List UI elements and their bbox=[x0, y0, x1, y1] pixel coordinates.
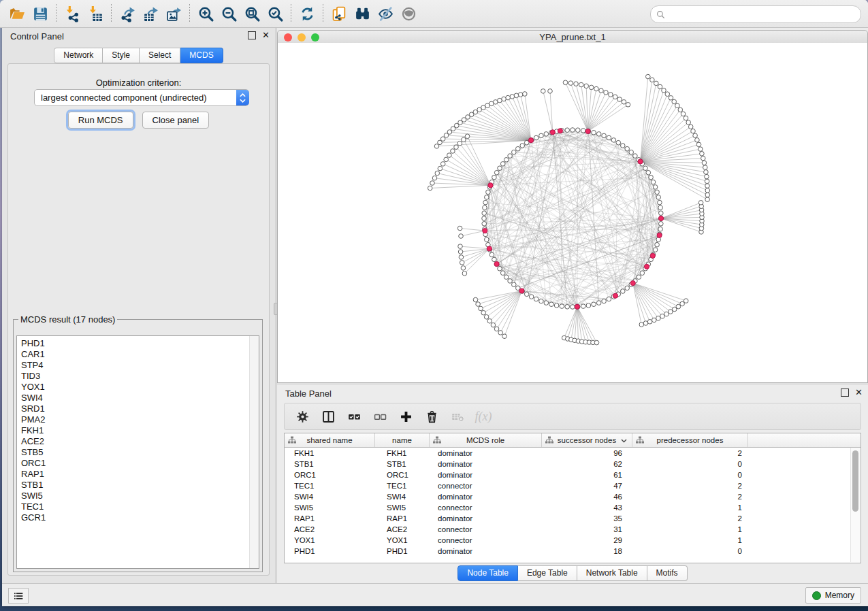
graph-node[interactable] bbox=[504, 275, 509, 280]
graph-node[interactable] bbox=[565, 128, 570, 133]
graph-node[interactable] bbox=[500, 162, 505, 167]
graph-node[interactable] bbox=[440, 162, 445, 167]
mcds-result-item[interactable]: STP4 bbox=[17, 360, 259, 371]
graph-node[interactable] bbox=[654, 81, 659, 86]
graph-node[interactable] bbox=[602, 299, 607, 303]
graph-hub-node[interactable] bbox=[494, 261, 499, 266]
graph-node[interactable] bbox=[486, 190, 491, 195]
table-scrollbar[interactable] bbox=[850, 448, 860, 562]
graph-node[interactable] bbox=[434, 144, 439, 149]
graph-node[interactable] bbox=[447, 153, 452, 158]
graph-node[interactable] bbox=[705, 184, 710, 188]
tab-select[interactable]: Select bbox=[140, 48, 180, 63]
graph-node[interactable] bbox=[617, 97, 622, 102]
graph-node[interactable] bbox=[656, 237, 661, 242]
graph-node[interactable] bbox=[461, 266, 466, 271]
column-header-name[interactable]: name bbox=[375, 433, 430, 447]
table-row[interactable]: TEC1TEC1connector472 bbox=[285, 480, 861, 491]
mcds-result-item[interactable]: TEC1 bbox=[17, 501, 259, 512]
graph-node[interactable] bbox=[658, 84, 662, 89]
column-header-successor-nodes[interactable]: successor nodes bbox=[542, 433, 632, 447]
table-row[interactable]: YOX1YOX1connector291 bbox=[285, 535, 861, 546]
graph-node[interactable] bbox=[576, 128, 581, 133]
graph-hub-node[interactable] bbox=[558, 129, 562, 133]
open-session-button[interactable] bbox=[5, 3, 29, 24]
graph-node[interactable] bbox=[482, 216, 487, 221]
graph-node[interactable] bbox=[504, 158, 509, 163]
graph-node[interactable] bbox=[482, 222, 487, 227]
graph-node[interactable] bbox=[688, 125, 693, 129]
graph-hub-node[interactable] bbox=[630, 281, 635, 286]
graph-node[interactable] bbox=[438, 166, 443, 171]
mcds-result-item[interactable]: RAP1 bbox=[17, 469, 259, 480]
graph-node[interactable] bbox=[492, 175, 497, 180]
graph-node[interactable] bbox=[650, 78, 655, 82]
graph-hub-node[interactable] bbox=[638, 159, 643, 164]
graph-node[interactable] bbox=[459, 255, 464, 260]
graph-node[interactable] bbox=[656, 195, 661, 200]
graph-node[interactable] bbox=[681, 112, 686, 116]
graph-hub-node[interactable] bbox=[487, 246, 492, 251]
graph-node[interactable] bbox=[607, 135, 611, 140]
graph-node[interactable] bbox=[602, 133, 607, 138]
graph-node[interactable] bbox=[481, 310, 486, 315]
graph-node[interactable] bbox=[574, 82, 579, 86]
delete-table-button[interactable] bbox=[448, 407, 467, 426]
graph-node[interactable] bbox=[432, 176, 437, 180]
mcds-list-scrollbar[interactable] bbox=[249, 336, 259, 568]
network-graph[interactable] bbox=[278, 43, 867, 381]
graph-node[interactable] bbox=[549, 302, 554, 307]
graph-node[interactable] bbox=[625, 146, 630, 151]
graph-node[interactable] bbox=[705, 193, 710, 197]
save-session-button[interactable] bbox=[29, 3, 52, 24]
graph-node[interactable] bbox=[695, 138, 700, 143]
zoom-fit-button[interactable] bbox=[240, 3, 263, 24]
graph-node[interactable] bbox=[444, 157, 449, 162]
tab-style[interactable]: Style bbox=[103, 48, 140, 63]
table-mode-button[interactable] bbox=[293, 407, 312, 426]
mcds-result-item[interactable]: STB5 bbox=[17, 447, 259, 458]
graph-node[interactable] bbox=[705, 174, 709, 179]
panel-menu-button[interactable] bbox=[8, 588, 29, 604]
memory-button[interactable]: Memory bbox=[805, 587, 861, 604]
graph-node[interactable] bbox=[516, 146, 521, 151]
zoom-out-button[interactable] bbox=[217, 3, 240, 24]
graph-node[interactable] bbox=[460, 261, 464, 265]
graph-node[interactable] bbox=[700, 152, 705, 156]
table-tab-edge-table[interactable]: Edge Table bbox=[518, 565, 577, 581]
graph-node[interactable] bbox=[565, 305, 570, 310]
graph-node[interactable] bbox=[570, 128, 575, 133]
graph-node[interactable] bbox=[459, 234, 464, 239]
select-all-columns-button[interactable] bbox=[344, 407, 364, 426]
graph-node[interactable] bbox=[483, 205, 487, 210]
graph-node[interactable] bbox=[625, 286, 630, 291]
graph-node[interactable] bbox=[534, 297, 539, 301]
graph-node[interactable] bbox=[680, 301, 685, 306]
graph-node[interactable] bbox=[701, 156, 706, 161]
graph-node[interactable] bbox=[534, 135, 539, 140]
mcds-result-item[interactable]: FKH1 bbox=[17, 425, 259, 436]
mcds-result-item[interactable]: GCR1 bbox=[17, 512, 259, 523]
graph-node[interactable] bbox=[444, 133, 449, 138]
table-tab-node-table[interactable]: Node Table bbox=[457, 565, 518, 581]
graph-node[interactable] bbox=[643, 166, 648, 171]
graph-node[interactable] bbox=[599, 88, 604, 93]
graph-node[interactable] bbox=[659, 211, 664, 216]
graph-node[interactable] bbox=[596, 132, 601, 137]
graph-node[interactable] bbox=[686, 120, 691, 125]
graph-node[interactable] bbox=[656, 316, 661, 320]
graph-node[interactable] bbox=[514, 93, 519, 98]
column-header-predecessor-nodes[interactable]: predecessor nodes bbox=[632, 433, 748, 447]
graph-node[interactable] bbox=[462, 271, 467, 276]
deselect-all-columns-button[interactable] bbox=[370, 407, 389, 426]
graph-node[interactable] bbox=[494, 170, 499, 175]
graph-node[interactable] bbox=[485, 195, 489, 200]
graph-node[interactable] bbox=[508, 279, 513, 284]
graph-node[interactable] bbox=[489, 252, 494, 257]
graph-node[interactable] bbox=[485, 237, 489, 242]
graph-node[interactable] bbox=[563, 80, 568, 85]
graph-node[interactable] bbox=[629, 150, 634, 154]
table-tab-network-table[interactable]: Network Table bbox=[577, 565, 647, 581]
graph-node[interactable] bbox=[592, 302, 596, 307]
network-canvas[interactable] bbox=[277, 43, 868, 383]
